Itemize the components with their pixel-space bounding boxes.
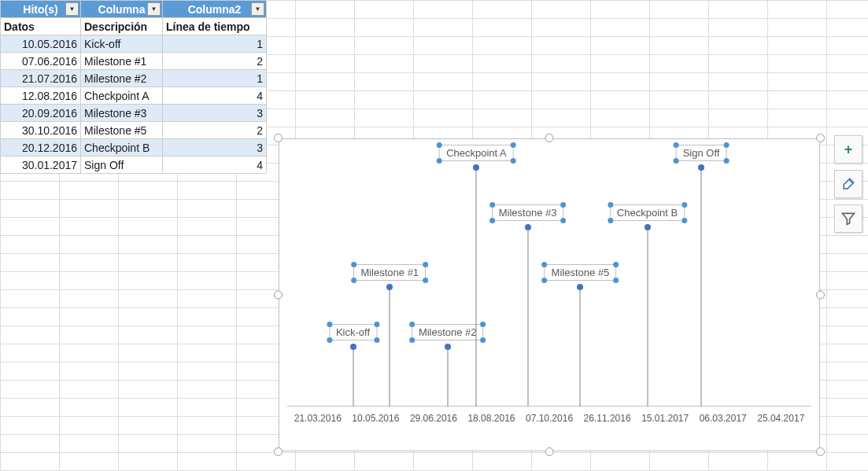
label-handle-icon[interactable] xyxy=(560,202,566,208)
cell[interactable]: 2 xyxy=(163,122,267,139)
table-row[interactable]: 12.08.2016Checkpoint A4 xyxy=(1,87,267,105)
label-handle-icon[interactable] xyxy=(542,278,548,283)
table-row[interactable]: 20.12.2016Checkpoint B3 xyxy=(1,139,267,156)
table-row[interactable]: 20.09.2016Milestone #33 xyxy=(1,105,267,122)
milestone-marker[interactable]: Milestone #1 xyxy=(389,287,390,407)
label-handle-icon[interactable] xyxy=(423,262,428,267)
label-handle-icon[interactable] xyxy=(489,218,495,223)
table-row[interactable]: 07.06.2016Milestone #12 xyxy=(1,53,267,70)
filter-dropdown-icon[interactable]: ▼ xyxy=(251,2,264,16)
data-point-icon[interactable] xyxy=(577,284,583,290)
resize-handle-icon[interactable] xyxy=(274,291,283,300)
chart-filter-button[interactable] xyxy=(834,204,862,233)
cell[interactable]: Sign Off xyxy=(81,156,163,174)
sub-descripcion[interactable]: Descripción xyxy=(81,18,163,35)
label-handle-icon[interactable] xyxy=(608,202,613,208)
data-label[interactable]: Milestone #3 xyxy=(492,204,564,221)
milestone-marker[interactable]: Checkpoint B xyxy=(647,227,648,407)
cell[interactable]: Kick-off xyxy=(81,35,163,53)
data-point-icon[interactable] xyxy=(473,164,479,171)
cell[interactable]: 4 xyxy=(163,156,267,174)
label-handle-icon[interactable] xyxy=(608,218,613,223)
data-point-icon[interactable] xyxy=(645,224,651,230)
table-row[interactable]: 21.07.2016Milestone #21 xyxy=(1,70,267,87)
cell[interactable]: Checkpoint A xyxy=(81,87,163,105)
resize-handle-icon[interactable] xyxy=(816,291,825,300)
cell[interactable]: Checkpoint B xyxy=(81,139,163,156)
label-handle-icon[interactable] xyxy=(437,142,442,148)
resize-handle-icon[interactable] xyxy=(545,134,554,142)
label-handle-icon[interactable] xyxy=(327,322,332,327)
cell[interactable]: 4 xyxy=(163,87,267,105)
label-handle-icon[interactable] xyxy=(423,278,428,283)
milestone-marker[interactable]: Checkpoint A xyxy=(475,167,477,407)
data-point-icon[interactable] xyxy=(525,224,531,230)
label-handle-icon[interactable] xyxy=(681,202,687,208)
filter-dropdown-icon[interactable]: ▼ xyxy=(147,2,161,16)
label-handle-icon[interactable] xyxy=(560,218,566,223)
data-point-icon[interactable] xyxy=(445,344,451,350)
cell[interactable]: 2 xyxy=(163,53,267,70)
label-handle-icon[interactable] xyxy=(409,337,415,343)
worksheet[interactable]: Hito(s) ▼ Columna ▼ Columna2 ▼ Datos Des… xyxy=(0,0,868,471)
col-header-columna2[interactable]: Columna2 ▼ xyxy=(163,1,267,18)
table-row[interactable]: 10.05.2016Kick-off1 xyxy=(1,35,267,53)
col-header-columna[interactable]: Columna ▼ xyxy=(81,1,163,18)
cell[interactable]: 10.05.2016 xyxy=(1,35,81,53)
data-table[interactable]: Hito(s) ▼ Columna ▼ Columna2 ▼ Datos Des… xyxy=(0,0,267,174)
cell[interactable]: 20.09.2016 xyxy=(1,105,81,122)
plot-area[interactable]: 21.03.201610.05.201629.06.201618.08.2016… xyxy=(287,147,811,427)
chart-styles-button[interactable] xyxy=(834,170,862,198)
milestone-marker[interactable]: Milestone #5 xyxy=(579,287,581,407)
data-label[interactable]: Kick-off xyxy=(329,324,377,340)
sub-datos[interactable]: Datos xyxy=(1,18,81,35)
label-handle-icon[interactable] xyxy=(681,218,687,223)
resize-handle-icon[interactable] xyxy=(816,447,825,456)
label-handle-icon[interactable] xyxy=(374,322,379,327)
label-handle-icon[interactable] xyxy=(351,262,356,267)
cell[interactable]: 12.08.2016 xyxy=(1,87,81,105)
milestone-marker[interactable]: Milestone #2 xyxy=(447,347,449,407)
cell[interactable]: Milestone #5 xyxy=(81,122,163,139)
cell[interactable]: 07.06.2016 xyxy=(1,53,81,70)
data-point-icon[interactable] xyxy=(350,344,356,350)
label-handle-icon[interactable] xyxy=(481,322,486,327)
col-header-hitos[interactable]: Hito(s) ▼ xyxy=(1,1,81,18)
sub-linea[interactable]: Línea de tiempo xyxy=(163,18,267,35)
cell[interactable]: Milestone #3 xyxy=(81,105,163,122)
cell[interactable]: 1 xyxy=(163,35,267,53)
label-handle-icon[interactable] xyxy=(409,322,415,327)
filter-dropdown-icon[interactable]: ▼ xyxy=(65,2,79,16)
cell[interactable]: 3 xyxy=(163,139,267,156)
resize-handle-icon[interactable] xyxy=(545,447,554,456)
data-point-icon[interactable] xyxy=(386,284,393,290)
label-handle-icon[interactable] xyxy=(489,202,495,208)
data-label[interactable]: Milestone #5 xyxy=(545,264,617,281)
label-handle-icon[interactable] xyxy=(511,158,516,164)
resize-handle-icon[interactable] xyxy=(274,134,283,142)
cell[interactable]: 30.10.2016 xyxy=(1,122,81,139)
label-handle-icon[interactable] xyxy=(674,142,679,148)
chart-elements-button[interactable]: + xyxy=(834,135,862,164)
cell[interactable]: 1 xyxy=(163,70,267,87)
label-handle-icon[interactable] xyxy=(511,142,516,148)
label-handle-icon[interactable] xyxy=(674,158,679,164)
chart-object[interactable]: 21.03.201610.05.201629.06.201618.08.2016… xyxy=(274,134,825,456)
label-handle-icon[interactable] xyxy=(542,262,548,267)
cell[interactable]: 21.07.2016 xyxy=(1,70,81,87)
milestone-marker[interactable]: Sign Off xyxy=(700,167,702,407)
cell[interactable]: 20.12.2016 xyxy=(1,139,81,156)
label-handle-icon[interactable] xyxy=(437,158,442,164)
data-label[interactable]: Checkpoint A xyxy=(439,145,514,161)
resize-handle-icon[interactable] xyxy=(816,134,825,142)
cell[interactable]: 30.01.2017 xyxy=(1,156,81,174)
label-handle-icon[interactable] xyxy=(351,278,356,283)
label-handle-icon[interactable] xyxy=(327,337,332,343)
milestone-marker[interactable]: Milestone #3 xyxy=(527,227,529,407)
milestone-marker[interactable]: Kick-off xyxy=(353,347,354,407)
resize-handle-icon[interactable] xyxy=(274,447,283,456)
data-label[interactable]: Milestone #2 xyxy=(412,324,484,340)
label-handle-icon[interactable] xyxy=(723,158,729,164)
cell[interactable]: 3 xyxy=(163,105,267,122)
label-handle-icon[interactable] xyxy=(613,262,619,267)
